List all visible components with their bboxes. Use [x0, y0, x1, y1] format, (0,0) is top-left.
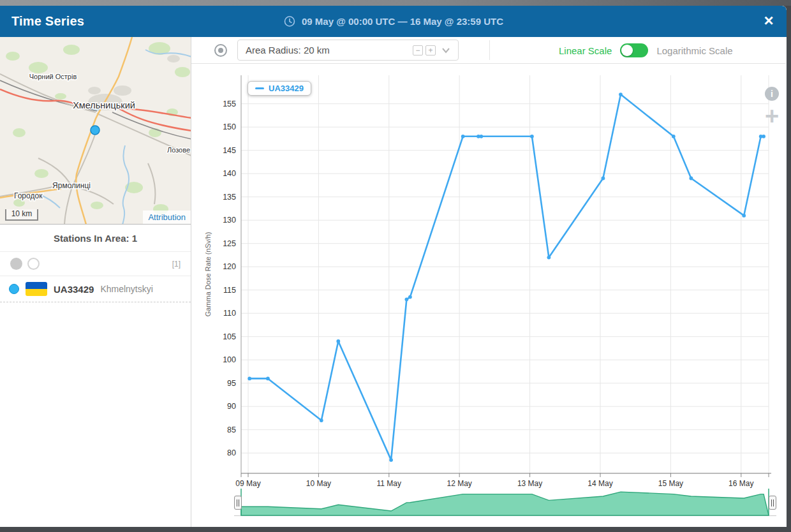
svg-text:11 May: 11 May	[377, 479, 401, 488]
svg-text:Чорний Острів: Чорний Острів	[29, 73, 77, 80]
date-range-text: 09 May @ 00:00 UTC — 16 May @ 23:59 UTC	[302, 16, 503, 27]
map[interactable]: Чорний Острів Хмельницький Лозове Ярмоли…	[0, 37, 191, 225]
svg-text:150: 150	[223, 122, 236, 131]
station-list-item[interactable]: UA33429 Khmelnytskyi	[0, 276, 191, 302]
svg-text:135: 135	[223, 193, 236, 202]
svg-text:15 May: 15 May	[658, 479, 683, 488]
scale-toggle[interactable]	[620, 43, 648, 57]
zoom-plus-icon[interactable]: +	[762, 106, 782, 126]
svg-text:105: 105	[223, 332, 236, 341]
toggle-knob	[621, 45, 633, 56]
svg-text:90: 90	[227, 402, 236, 411]
area-radius-label: Area Radius: 20 km	[246, 45, 410, 55]
svg-text:155: 155	[223, 100, 236, 108]
svg-text:140: 140	[223, 169, 236, 178]
navigator-right-handle[interactable]	[769, 496, 776, 510]
svg-text:Gamma Dose Rate (nSv/h): Gamma Dose Rate (nSv/h)	[204, 232, 212, 317]
target-radius-icon[interactable]	[214, 44, 227, 57]
page-title: Time Series	[11, 14, 84, 29]
main-panel: Area Radius: 20 km − + Linear Scale Loga…	[191, 37, 786, 527]
date-range: 09 May @ 00:00 UTC — 16 May @ 23:59 UTC	[283, 15, 503, 27]
svg-text:Лозове: Лозове	[167, 146, 190, 154]
svg-text:80: 80	[227, 448, 236, 457]
chart-area: 09 May10 May11 May12 May13 May14 May15 M…	[191, 64, 786, 527]
legend-line-icon	[255, 87, 264, 89]
svg-text:145: 145	[223, 146, 236, 155]
svg-text:14 May: 14 May	[588, 479, 612, 488]
navigator-left-handle[interactable]	[234, 496, 242, 510]
svg-text:Ярмолинці: Ярмолинці	[52, 181, 91, 190]
svg-text:130: 130	[223, 216, 236, 225]
station-name: Khmelnytskyi	[100, 284, 152, 294]
sidebar: Чорний Острів Хмельницький Лозове Ярмоли…	[0, 37, 191, 527]
info-icon[interactable]: i	[765, 87, 779, 101]
modal-header: Time Series 09 May @ 00:00 UTC — 16 May …	[0, 6, 787, 37]
radius-increase-button[interactable]: +	[425, 45, 436, 55]
time-series-chart: 09 May10 May11 May12 May13 May14 May15 M…	[191, 64, 786, 527]
controls-row: Area Radius: 20 km − + Linear Scale Loga…	[191, 37, 786, 64]
controls-divider	[489, 40, 490, 60]
station-id: UA33429	[54, 284, 94, 295]
chevron-down-icon[interactable]	[441, 47, 450, 54]
area-radius-control[interactable]: Area Radius: 20 km − +	[237, 40, 459, 61]
select-all-toggle-icon[interactable]	[10, 258, 22, 270]
svg-text:13 May: 13 May	[517, 479, 542, 488]
svg-text:125: 125	[223, 239, 236, 248]
station-filter-row: [1]	[0, 252, 191, 276]
svg-text:Городок: Городок	[14, 191, 43, 200]
deselect-all-toggle-icon[interactable]	[27, 258, 40, 270]
ukraine-flag-icon	[26, 282, 47, 296]
map-attribution-link[interactable]: Attribution	[143, 211, 191, 224]
station-color-dot-icon	[9, 284, 19, 294]
svg-text:Хмельницький: Хмельницький	[73, 100, 135, 110]
stations-heading: Stations In Area: 1	[0, 225, 191, 252]
station-count-badge: [1]	[172, 260, 181, 269]
scale-switch-group: Linear Scale Logarithmic Scale	[559, 37, 733, 64]
close-icon[interactable]: ×	[758, 11, 779, 31]
svg-text:10 May: 10 May	[306, 479, 331, 488]
map-canvas: Чорний Острів Хмельницький Лозове Ярмоли…	[0, 37, 191, 225]
map-scalebar: 10 km	[5, 209, 38, 221]
logarithmic-scale-label: Logarithmic Scale	[656, 45, 732, 56]
legend-series-name: UA33429	[269, 84, 304, 93]
svg-text:115: 115	[223, 286, 236, 295]
clock-icon	[283, 15, 295, 27]
time-series-modal: Time Series 09 May @ 00:00 UTC — 16 May …	[0, 6, 787, 527]
svg-text:110: 110	[223, 309, 236, 318]
svg-text:12 May: 12 May	[447, 479, 472, 488]
stations-panel: Stations In Area: 1 [1] UA33429 Khmelnyt…	[0, 225, 191, 527]
svg-text:85: 85	[227, 425, 236, 434]
linear-scale-label: Linear Scale	[559, 45, 612, 56]
svg-text:09 May: 09 May	[235, 479, 260, 488]
background-page-strip	[0, 0, 791, 6]
radius-decrease-button[interactable]: −	[413, 45, 423, 55]
chart-legend[interactable]: UA33429	[248, 81, 311, 96]
station-map-marker[interactable]	[91, 126, 100, 135]
svg-text:95: 95	[227, 379, 236, 388]
svg-text:120: 120	[223, 262, 236, 271]
svg-text:100: 100	[223, 355, 236, 364]
svg-text:16 May: 16 May	[728, 479, 753, 488]
